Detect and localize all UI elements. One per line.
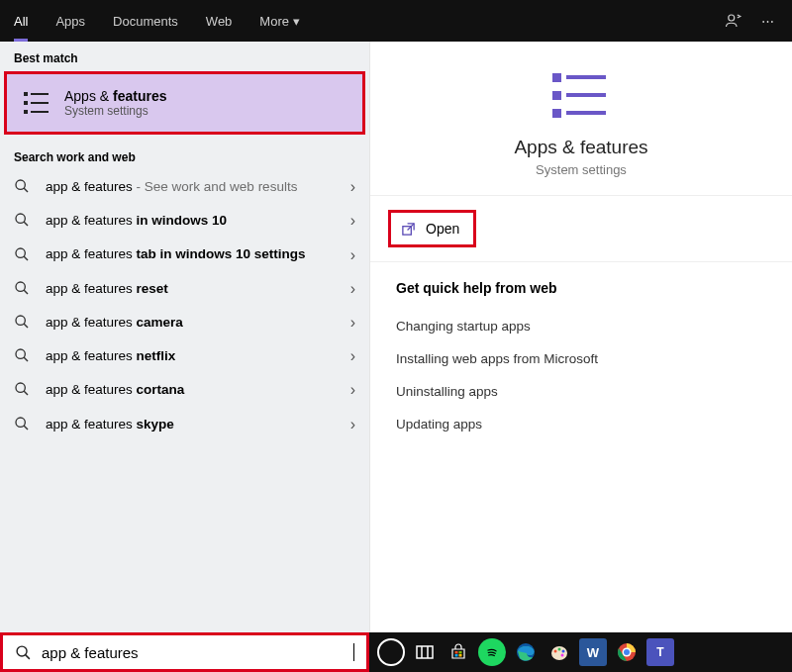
tab-more[interactable]: More▾ [246,0,314,42]
search-input[interactable] [42,644,344,661]
svg-rect-23 [417,646,433,658]
result-text: app & features tab in windows 10 setting… [46,245,337,263]
search-icon [14,212,32,230]
svg-point-11 [16,316,25,325]
search-icon [14,416,32,433]
svg-point-7 [16,180,25,189]
svg-rect-15 [552,73,561,82]
tab-documents[interactable]: Documents [99,0,192,42]
web-result-7[interactable]: app & features skype› [0,408,369,441]
svg-rect-5 [24,110,28,114]
result-text: app & features skype [46,416,337,433]
open-button-label: Open [426,221,459,237]
chrome-icon[interactable] [613,638,641,666]
help-header: Get quick help from web [396,280,766,296]
chevron-down-icon: ▾ [293,14,300,29]
chevron-right-icon: › [350,416,355,433]
svg-point-10 [16,282,25,291]
result-text: app & features - See work and web result… [46,178,337,196]
best-match-apps-features[interactable]: Apps & features System settings [4,71,365,135]
svg-rect-19 [552,109,561,118]
search-icon [14,178,32,196]
teams-icon[interactable]: T [646,638,674,666]
result-text: app & features reset [46,280,337,298]
svg-point-36 [561,654,564,657]
web-result-4[interactable]: app & features camera› [0,306,369,339]
svg-rect-18 [566,93,606,97]
search-icon [14,381,32,399]
svg-rect-20 [566,111,606,115]
section-search-web: Search work and web [0,141,369,170]
result-text: app & features camera [46,314,337,332]
result-text: app & features cortana [46,381,337,399]
preview-title: Apps & features [514,137,647,158]
edge-icon[interactable] [512,638,540,666]
search-icon [14,347,32,365]
search-icon [14,314,32,332]
svg-point-39 [624,649,630,655]
svg-point-22 [17,646,27,656]
svg-rect-28 [455,654,458,657]
web-result-2[interactable]: app & features tab in windows 10 setting… [0,238,369,271]
chevron-right-icon: › [350,280,355,298]
web-result-1[interactable]: app & features in windows 10› [0,204,369,238]
svg-rect-29 [459,654,462,657]
help-link-1[interactable]: Installing web apps from Microsoft [396,342,766,375]
text-caret [353,643,354,661]
svg-point-33 [554,650,557,653]
cortana-icon[interactable] [377,638,405,666]
web-result-5[interactable]: app & features netflix› [0,339,369,373]
tab-web[interactable]: Web [192,0,247,42]
chevron-right-icon: › [350,314,355,332]
svg-rect-6 [31,111,49,113]
help-link-2[interactable]: Uninstalling apps [396,375,766,408]
svg-point-12 [16,349,25,358]
paint-icon[interactable] [545,638,573,666]
svg-point-14 [16,418,25,427]
chevron-right-icon: › [350,212,355,230]
tab-apps[interactable]: Apps [42,0,99,42]
best-match-title: Apps & features [64,88,167,104]
microsoft-store-icon[interactable] [445,638,472,666]
svg-rect-4 [31,102,49,104]
web-result-0[interactable]: app & features - See work and web result… [0,170,369,204]
open-external-icon [401,222,416,237]
spotify-icon[interactable] [478,638,506,666]
chevron-right-icon: › [350,381,355,399]
list-settings-icon [23,89,50,117]
svg-rect-27 [459,651,462,654]
preview-subtitle: System settings [536,162,627,177]
svg-rect-1 [24,92,28,96]
chevron-right-icon: › [350,246,355,264]
word-icon[interactable]: W [579,638,607,666]
svg-rect-2 [31,93,49,95]
search-icon [14,280,32,298]
result-text: app & features in windows 10 [46,212,337,230]
results-panel: Best match Apps & features System settin… [0,42,369,632]
chevron-right-icon: › [350,178,355,196]
taskbar: W T [369,632,792,672]
svg-point-35 [562,650,565,653]
web-result-6[interactable]: app & features cortana› [0,373,369,407]
apps-features-icon [550,69,612,125]
svg-rect-17 [552,91,561,100]
options-ellipsis-icon[interactable]: ⋯ [750,0,784,42]
svg-rect-3 [24,101,28,105]
search-icon [14,246,32,264]
help-link-0[interactable]: Changing startup apps [396,310,766,342]
search-box[interactable] [0,632,369,672]
open-button[interactable]: Open [388,210,476,247]
svg-point-34 [558,648,561,651]
web-result-3[interactable]: app & features reset› [0,272,369,306]
tab-all[interactable]: All [0,0,42,42]
search-scope-tabs: All Apps Documents Web More▾ ⋯ [0,0,792,42]
svg-rect-16 [566,75,606,79]
task-view-icon[interactable] [411,638,439,666]
svg-point-13 [16,383,25,392]
best-match-subtitle: System settings [64,104,167,118]
svg-point-9 [16,248,25,257]
svg-point-8 [16,214,25,223]
help-link-3[interactable]: Updating apps [396,408,766,440]
feedback-icon[interactable] [717,0,750,42]
result-text: app & features netflix [46,347,337,365]
